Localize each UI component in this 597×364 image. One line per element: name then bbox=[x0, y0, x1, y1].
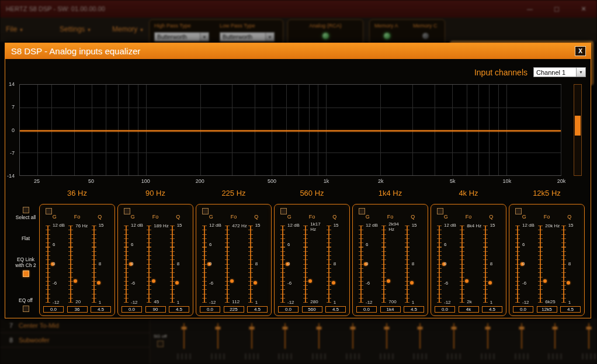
fader-thumb[interactable] bbox=[418, 327, 423, 330]
sg-off-control[interactable]: SG off bbox=[154, 334, 167, 347]
frequency-value-box[interactable]: 90 bbox=[145, 306, 166, 313]
chevron-down-icon[interactable] bbox=[576, 68, 585, 77]
gain-value-box[interactable]: 0.0 bbox=[122, 306, 142, 313]
frequency-value-box[interactable]: 560 bbox=[302, 306, 322, 313]
eq-off-control[interactable]: EQ off bbox=[12, 298, 39, 312]
output-fader[interactable] bbox=[214, 321, 221, 363]
close-button[interactable] bbox=[570, 0, 597, 18]
fader-thumb[interactable] bbox=[519, 327, 524, 330]
fader-thumb[interactable] bbox=[182, 327, 187, 330]
gain-slider[interactable] bbox=[204, 226, 205, 303]
gain-slider[interactable] bbox=[517, 226, 518, 303]
settings-menu[interactable]: Settings bbox=[60, 25, 91, 33]
output-fader[interactable] bbox=[484, 321, 491, 363]
select-all-checkbox[interactable] bbox=[23, 207, 29, 213]
gain-value-box[interactable]: 0.0 bbox=[200, 306, 220, 313]
fader-thumb[interactable] bbox=[215, 327, 220, 330]
high-pass-select[interactable]: Butterworth bbox=[154, 32, 209, 41]
fader-thumb[interactable] bbox=[249, 327, 254, 330]
gain-scale-label: -12 bbox=[53, 300, 60, 306]
low-pass-select[interactable]: Butterworth bbox=[220, 32, 275, 41]
eq-link-control[interactable]: EQ Link with Ch 2 bbox=[12, 257, 39, 277]
memory-menu[interactable]: Memory bbox=[112, 25, 143, 33]
output-fader[interactable] bbox=[248, 321, 255, 363]
frequency-slider[interactable] bbox=[383, 226, 384, 303]
q-slider[interactable] bbox=[250, 226, 251, 303]
frequency-value-box[interactable]: 4k bbox=[459, 306, 479, 313]
fader-thumb[interactable] bbox=[586, 327, 592, 330]
q-value-box[interactable]: 4.5 bbox=[404, 306, 424, 313]
chevron-down-icon[interactable] bbox=[265, 33, 274, 41]
output-fader[interactable] bbox=[585, 321, 592, 363]
graph-scrollbar-handle[interactable] bbox=[575, 116, 581, 136]
q-slider[interactable] bbox=[328, 226, 329, 303]
frequency-slider[interactable] bbox=[305, 226, 306, 303]
output-fader[interactable] bbox=[551, 321, 558, 363]
sg-off-checkbox[interactable] bbox=[157, 341, 164, 347]
frequency-slider[interactable] bbox=[540, 226, 541, 303]
frequency-value-box[interactable]: 225 bbox=[224, 306, 244, 313]
q-value-box[interactable]: 4.5 bbox=[91, 306, 111, 313]
dialog-titlebar[interactable]: S8 DSP - Analog inputs equalizer X bbox=[5, 43, 591, 59]
eq-off-checkbox[interactable] bbox=[23, 306, 29, 312]
output-fader[interactable] bbox=[315, 321, 322, 363]
gain-value-box[interactable]: 0.0 bbox=[278, 306, 298, 313]
frequency-slider[interactable] bbox=[70, 226, 71, 303]
maximize-button[interactable] bbox=[543, 0, 570, 18]
output-fader[interactable] bbox=[383, 321, 390, 363]
gain-value-box[interactable]: 0.0 bbox=[435, 306, 455, 313]
frequency-value-box[interactable]: 12k5 bbox=[537, 306, 557, 313]
gain-slider[interactable] bbox=[126, 226, 127, 303]
output-fader[interactable] bbox=[450, 321, 457, 363]
eq-graph[interactable] bbox=[19, 84, 561, 176]
frequency-slider[interactable] bbox=[148, 226, 150, 303]
gain-value-box[interactable]: 0.0 bbox=[43, 306, 64, 313]
q-slider[interactable] bbox=[485, 226, 486, 303]
output-fader[interactable] bbox=[181, 321, 188, 363]
frequency-value-box[interactable]: 36 bbox=[67, 306, 88, 313]
fader-thumb[interactable] bbox=[452, 327, 457, 330]
gain-slider[interactable] bbox=[360, 226, 362, 303]
frequency-slider[interactable] bbox=[227, 226, 228, 303]
gain-slider[interactable] bbox=[439, 226, 440, 303]
frequency-slider[interactable] bbox=[461, 226, 463, 303]
eq-link-checkbox[interactable] bbox=[23, 271, 29, 277]
file-menu[interactable]: File bbox=[6, 25, 23, 33]
channel-select[interactable]: Channel 1 bbox=[533, 67, 586, 77]
fader-thumb[interactable] bbox=[485, 327, 490, 330]
q-slider[interactable] bbox=[407, 226, 408, 303]
fader-strip-faders bbox=[181, 321, 592, 363]
channel-row[interactable]: 7Center To-Mid bbox=[0, 318, 150, 333]
gain-value-box[interactable]: 0.0 bbox=[513, 306, 533, 313]
x-axis-label: 1k bbox=[324, 178, 329, 184]
fader-thumb[interactable] bbox=[350, 327, 355, 330]
select-all-control[interactable]: Select all bbox=[12, 207, 39, 221]
chevron-down-icon[interactable] bbox=[200, 33, 209, 41]
q-value-box[interactable]: 4.5 bbox=[560, 306, 581, 313]
q-value-box[interactable]: 4.5 bbox=[169, 306, 189, 313]
q-slider[interactable] bbox=[172, 226, 173, 303]
q-slider[interactable] bbox=[563, 226, 564, 303]
gain-value-box[interactable]: 0.0 bbox=[356, 306, 377, 313]
output-fader[interactable] bbox=[518, 321, 525, 363]
dialog-close-button[interactable]: X bbox=[575, 46, 586, 56]
q-slider[interactable] bbox=[93, 226, 95, 303]
fader-thumb[interactable] bbox=[317, 327, 322, 330]
output-fader[interactable] bbox=[349, 321, 356, 363]
output-fader[interactable] bbox=[282, 321, 289, 363]
gain-slider[interactable] bbox=[47, 226, 48, 303]
frequency-value-box[interactable]: 1k4 bbox=[380, 306, 401, 313]
q-value-box[interactable]: 4.5 bbox=[325, 306, 346, 313]
gain-slider[interactable] bbox=[282, 226, 283, 303]
fader-thumb[interactable] bbox=[553, 327, 558, 330]
fader-thumb[interactable] bbox=[283, 327, 288, 330]
output-fader[interactable] bbox=[416, 321, 424, 363]
channel-row[interactable]: 8Subwoofer bbox=[0, 333, 150, 348]
q-value-box[interactable]: 4.5 bbox=[247, 306, 268, 313]
memory-c-label: Memory C bbox=[413, 23, 438, 29]
graph-scrollbar[interactable] bbox=[574, 84, 582, 176]
minimize-button[interactable] bbox=[516, 0, 543, 18]
fader-thumb[interactable] bbox=[384, 327, 389, 330]
q-value-box[interactable]: 4.5 bbox=[482, 306, 502, 313]
flat-control[interactable]: Flat bbox=[12, 236, 39, 242]
